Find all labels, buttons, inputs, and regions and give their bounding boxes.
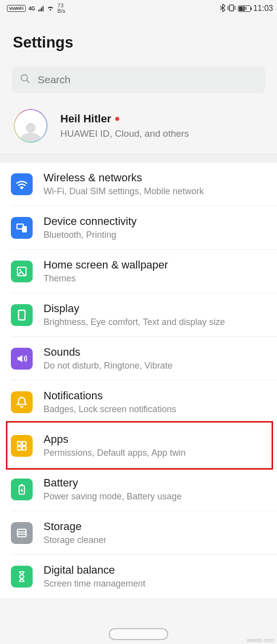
bell-icon <box>11 391 33 413</box>
svg-rect-10 <box>22 441 26 445</box>
item-sub: Do not disturb, Ringtone, Vibrate <box>44 361 274 371</box>
svg-point-7 <box>19 269 21 270</box>
item-title: Battery <box>44 477 274 489</box>
settings-item-storage[interactable]: StorageStorage cleaner <box>11 511 277 555</box>
item-title: Sounds <box>44 346 274 359</box>
svg-line-2 <box>27 80 30 83</box>
svg-rect-11 <box>17 446 21 450</box>
network-gen: 4G <box>29 6 35 11</box>
bluetooth-icon <box>220 4 225 13</box>
item-sub: Themes <box>44 273 274 284</box>
home-icon <box>11 261 33 282</box>
item-sub: Bluetooth, Printing <box>44 230 274 240</box>
signal-icon <box>38 5 44 11</box>
devices-icon <box>11 217 33 239</box>
storage-icon <box>11 522 33 544</box>
svg-rect-0 <box>230 5 233 11</box>
svg-point-1 <box>21 75 28 81</box>
search-icon <box>20 73 31 86</box>
hourglass-icon <box>11 566 33 588</box>
watermark: wsxdn.com <box>247 637 274 643</box>
settings-list: Wireless & networksWi-Fi, Dual SIM setti… <box>0 162 277 598</box>
wifi-status-icon <box>46 4 54 12</box>
item-sub: Brightness, Eye comfort, Text and displa… <box>44 317 274 327</box>
item-sub: Storage cleaner <box>44 535 274 545</box>
battery-indicator: 54 <box>238 5 251 12</box>
avatar <box>14 109 47 143</box>
nav-pill[interactable] <box>109 628 168 640</box>
item-title: Device connectivity <box>44 215 274 228</box>
item-title: Display <box>44 302 274 315</box>
speed-indicator: 73 B/s <box>57 3 65 14</box>
settings-item-sound[interactable]: SoundsDo not disturb, Ringtone, Vibrate <box>11 337 277 380</box>
clock: 11:03 <box>253 4 273 13</box>
section-divider <box>0 154 277 162</box>
svg-rect-12 <box>22 446 26 450</box>
vibrate-icon <box>228 4 235 13</box>
svg-rect-8 <box>19 310 25 320</box>
alert-dot-icon <box>115 117 119 121</box>
item-title: Digital balance <box>44 564 274 577</box>
display-icon <box>11 304 33 326</box>
item-title: Wireless & networks <box>44 171 274 184</box>
search-bar[interactable] <box>12 66 265 93</box>
vowifi-badge: VoWiFi <box>7 5 26 12</box>
status-right: 54 11:03 <box>220 4 273 13</box>
account-row[interactable]: Heil Hitler HUAWEI ID, Cloud, and others <box>0 98 277 154</box>
settings-item-battery[interactable]: BatteryPower saving mode, Battery usage <box>11 468 277 511</box>
item-title: Storage <box>44 520 274 533</box>
search-input[interactable] <box>38 74 257 86</box>
settings-item-bell[interactable]: NotificationsBadges, Lock screen notific… <box>11 380 277 424</box>
item-sub: Badges, Lock screen notifications <box>44 404 274 415</box>
battery-icon <box>11 479 33 500</box>
item-title: Apps <box>44 433 274 446</box>
svg-point-3 <box>26 123 36 133</box>
page-title: Settings <box>0 17 277 66</box>
svg-rect-5 <box>22 226 27 232</box>
svg-rect-14 <box>21 484 23 485</box>
settings-item-devices[interactable]: Device connectivityBluetooth, Printing <box>11 206 277 250</box>
account-name: Heil Hitler <box>60 112 189 125</box>
wifi-icon <box>11 173 33 195</box>
svg-rect-15 <box>17 529 26 537</box>
account-sub: HUAWEI ID, Cloud, and others <box>60 128 189 139</box>
item-sub: Wi-Fi, Dual SIM settings, Mobile network <box>44 186 274 197</box>
item-sub: Power saving mode, Battery usage <box>44 491 274 502</box>
item-sub: Screen time management <box>44 579 274 589</box>
settings-item-hourglass[interactable]: Digital balanceScreen time management <box>11 555 277 598</box>
settings-item-display[interactable]: DisplayBrightness, Eye comfort, Text and… <box>11 293 277 337</box>
apps-icon <box>11 435 33 457</box>
settings-item-apps[interactable]: AppsPermissions, Default apps, App twin <box>11 424 277 468</box>
sound-icon <box>11 348 33 370</box>
status-bar: VoWiFi 4G 73 B/s 54 11:03 <box>0 0 277 17</box>
settings-item-wifi[interactable]: Wireless & networksWi-Fi, Dual SIM setti… <box>11 162 277 206</box>
item-sub: Permissions, Default apps, App twin <box>44 448 274 458</box>
settings-item-home[interactable]: Home screen & wallpaperThemes <box>11 250 277 293</box>
svg-rect-9 <box>17 441 21 445</box>
item-title: Notifications <box>44 389 274 402</box>
item-title: Home screen & wallpaper <box>44 259 274 271</box>
status-left: VoWiFi 4G 73 B/s <box>7 3 65 14</box>
